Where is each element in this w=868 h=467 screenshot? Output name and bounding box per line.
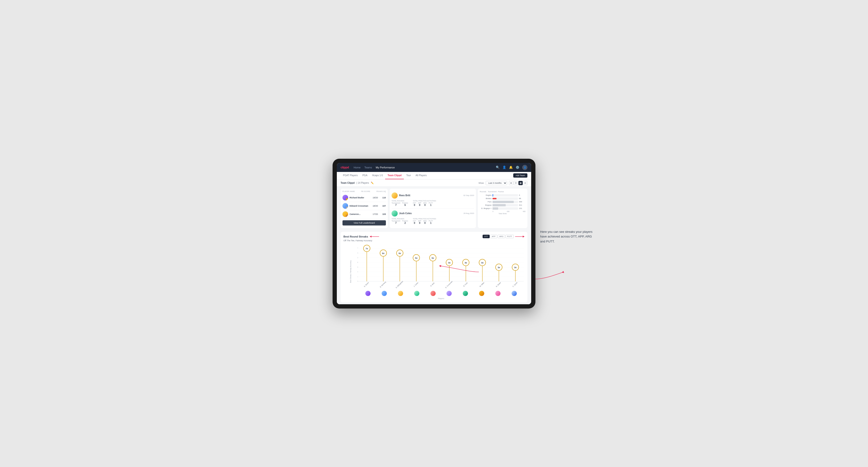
subnav-pga[interactable]: PGA — [360, 172, 370, 179]
svg-text:B. Ford: B. Ford — [463, 282, 468, 287]
streaks-header: Best Round Streaks OTT APP ARG PUTT — [343, 235, 525, 239]
player-avatar-8 — [479, 291, 484, 296]
player-card-header: Josh Coles 26 Aug 2023 — [392, 210, 474, 217]
player-cards-panel: Rees Britt 02 Sep 2023 Total Rounds Tour… — [390, 189, 476, 228]
team-name: Team Clippd — [341, 182, 354, 184]
subnav-pgat[interactable]: PGAT Players — [341, 172, 360, 179]
subnav-all-players[interactable]: All Players — [413, 172, 429, 179]
player-card-header: Rees Britt 02 Sep 2023 — [392, 192, 474, 198]
ott-stat: OTT 0 — [413, 202, 416, 206]
player-avatars-row — [358, 291, 525, 296]
svg-text:5x: 5x — [432, 257, 434, 259]
avatar: 1 — [342, 195, 348, 200]
ott-metric-btn[interactable]: OTT — [483, 235, 490, 238]
search-icon[interactable]: 🔍 — [496, 165, 500, 169]
lb-pb-avg-header: PB AVG SQ — [376, 191, 386, 192]
avatar[interactable]: 👤 — [522, 165, 527, 170]
show-label: Show — [478, 182, 484, 184]
nav-my-performance[interactable]: My Performance — [376, 166, 395, 169]
svg-text:3x: 3x — [514, 266, 517, 269]
player-row: 1 Richard Butler 19/20 110 — [342, 194, 386, 202]
bar-fill — [493, 201, 514, 203]
svg-text:5: 5 — [358, 257, 358, 259]
tournament-label: Tournament — [392, 220, 400, 222]
svg-text:D. Billingham: D. Billingham — [395, 280, 404, 289]
table-view-btn[interactable]: ⊟ — [523, 181, 527, 185]
rank-badge: 1 — [346, 198, 348, 200]
svg-text:5x: 5x — [415, 257, 417, 259]
nav-teams[interactable]: Teams — [365, 166, 372, 169]
view-leaderboard-button[interactable]: View Full Leaderboard — [342, 220, 386, 225]
app-logo: clippd — [341, 165, 349, 169]
player-card-stats: Total Rounds Tournament 7 Practice 6 — [392, 200, 474, 206]
chart-view-btn[interactable]: ▦ — [519, 181, 523, 185]
list-view-btn[interactable]: ☰ — [514, 181, 518, 185]
subnav-tour[interactable]: Tour — [404, 172, 413, 179]
player-avatar-1 — [365, 291, 371, 296]
svg-text:4x: 4x — [465, 261, 467, 264]
grid-view-btn[interactable]: ⊞ — [509, 181, 513, 185]
tournament-label: Tournament Practice — [488, 191, 504, 192]
rounds-sub-row: Tournament 7 Practice 2 — [392, 220, 408, 224]
streaks-subtitle: Off The Tee, Fairway Accuracy — [343, 239, 525, 242]
settings-icon[interactable]: ⚙️ — [516, 165, 519, 169]
team-count: | 14 Players — [356, 182, 369, 184]
svg-text:4x: 4x — [481, 261, 484, 264]
avatar — [392, 192, 398, 198]
player-score: 19/20 — [372, 196, 379, 199]
bar-track — [493, 194, 518, 196]
main-content: Team Clippd | 14 Players ✏️ Show Last 3 … — [337, 180, 531, 304]
arg-label: ARG — [423, 202, 427, 204]
annotation-content: Here you can see streaks your players ha… — [540, 230, 592, 243]
bar-row-birdies: Birdies 96 — [480, 197, 526, 200]
rank-badge: 2 — [346, 206, 348, 209]
svg-text:6: 6 — [358, 252, 358, 254]
bar-fill — [493, 198, 497, 199]
app-label: APP — [418, 202, 421, 204]
tournament-stat: Tournament 7 — [392, 220, 400, 224]
chart-panel: Rounds Tournament Practice Eagles — [478, 189, 527, 228]
view-icons: ⊞ ☰ ▦ ⊟ — [509, 181, 527, 185]
show-dropdown[interactable]: Last 3 months — [486, 181, 507, 185]
svg-text:6x: 6x — [382, 252, 384, 254]
bar-track — [493, 204, 518, 206]
bell-icon[interactable]: 🔔 — [509, 165, 513, 169]
streaks-section: Best Round Streaks OTT APP ARG PUTT — [341, 232, 527, 302]
subnav-team-clippd[interactable]: Team Clippd — [385, 172, 404, 179]
arg-metric-btn[interactable]: ARG — [498, 235, 505, 238]
nav-home[interactable]: Home — [353, 166, 361, 169]
ott-val: 0 — [414, 222, 415, 224]
bar-fill — [493, 204, 506, 206]
bar-value: 3 — [519, 194, 526, 196]
user-icon[interactable]: 👤 — [502, 165, 506, 169]
player-card: Rees Britt 02 Sep 2023 Total Rounds Tour… — [392, 191, 474, 209]
putt-metric-btn[interactable]: PUTT — [505, 235, 514, 238]
practice-stat: Practice 2 — [402, 220, 408, 224]
svg-text:B. McHerg: B. McHerg — [379, 281, 386, 288]
nav-links: Home Teams My Performance — [353, 166, 395, 169]
player-name: Cameron... — [349, 213, 370, 215]
subnav-hcaps[interactable]: Hcaps 1-5 — [370, 172, 385, 179]
app-metric-btn[interactable]: APP — [490, 235, 497, 238]
edit-icon[interactable]: ✏️ — [371, 182, 374, 184]
svg-text:R. Britt: R. Britt — [430, 282, 435, 287]
streaks-title-group: Best Round Streaks — [343, 235, 379, 239]
bar-fill — [493, 207, 498, 210]
svg-marker-1 — [370, 236, 371, 238]
total-rounds-label: Total Rounds — [392, 200, 408, 201]
putt-val: 1 — [430, 222, 432, 224]
putt-stat: PUTT 1 — [429, 220, 433, 224]
bar-label: Bogeys — [480, 204, 492, 206]
practice-val: 6 — [404, 204, 406, 206]
svg-text:3x: 3x — [498, 266, 500, 269]
practice-activities-group: Total Practice Activities OTT 0 APP 0 — [413, 200, 436, 206]
add-team-button[interactable]: Add Team — [513, 173, 527, 178]
putt-stat: PUTT 1 — [429, 202, 433, 206]
ott-label: OTT — [413, 202, 416, 204]
svg-text:7: 7 — [358, 247, 358, 249]
player-name: Edward Crossman — [349, 205, 370, 207]
team-header: Team Clippd | 14 Players ✏️ Show Last 3 … — [337, 180, 531, 187]
tournament-label: Tournament — [392, 202, 400, 204]
practice-label: Practice — [402, 202, 408, 204]
svg-text:0: 0 — [358, 280, 358, 282]
